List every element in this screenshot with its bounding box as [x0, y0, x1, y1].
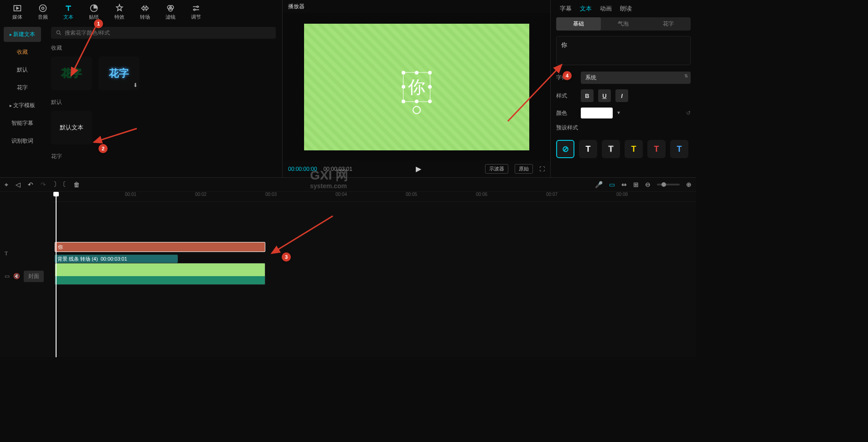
- default-text-tile[interactable]: 默认文本: [51, 111, 92, 144]
- handle-bl[interactable]: [402, 99, 405, 103]
- svg-point-9: [57, 31, 60, 34]
- video-icon: ▭: [5, 273, 10, 279]
- time-ruler[interactable]: 00:01 00:02 00:03 00:04 00:05 00:06 00:0…: [53, 192, 696, 202]
- original-button[interactable]: 原始: [515, 164, 533, 174]
- split-tool[interactable]: 〕〔: [53, 180, 66, 189]
- nav-media[interactable]: 媒体: [5, 2, 30, 22]
- nav-fx[interactable]: 特效: [107, 2, 132, 22]
- preset-2[interactable]: T: [602, 140, 620, 158]
- play-button[interactable]: ▶: [416, 164, 421, 173]
- handle-br[interactable]: [428, 99, 432, 103]
- sidebar-lyrics[interactable]: 识别歌词: [4, 134, 41, 149]
- media-icon: [13, 4, 22, 13]
- svg-point-2: [42, 7, 44, 10]
- sidebar-new-text[interactable]: 新建文本: [4, 27, 41, 42]
- playhead[interactable]: [56, 192, 57, 357]
- search-icon: [56, 30, 62, 36]
- nav-filter[interactable]: 滤镜: [158, 2, 183, 22]
- annotation-marker-4: 4: [563, 71, 572, 80]
- snap-icon[interactable]: ▭: [609, 181, 615, 188]
- underline-button[interactable]: U: [598, 89, 611, 102]
- italic-button[interactable]: I: [615, 89, 628, 102]
- preset-5[interactable]: T: [670, 140, 688, 158]
- style-label: 样式: [556, 92, 574, 100]
- reset-icon[interactable]: ↺: [686, 110, 691, 116]
- bold-button[interactable]: B: [581, 89, 594, 102]
- time-duration: 00:00:03:01: [323, 166, 352, 172]
- player-canvas[interactable]: 你: [304, 24, 529, 150]
- handle-mr[interactable]: [428, 85, 432, 89]
- nav-trans[interactable]: 转场: [132, 2, 158, 22]
- subtab-basic[interactable]: 基础: [556, 17, 601, 31]
- mic-icon[interactable]: 🎤: [595, 181, 603, 188]
- download-icon: ⬇: [133, 82, 138, 88]
- nav-adjust[interactable]: 调节: [183, 2, 209, 22]
- inspector-subtabs: 基础 气泡 花字: [556, 17, 691, 31]
- handle-ml[interactable]: [402, 85, 405, 89]
- tab-subtitle[interactable]: 字幕: [560, 5, 572, 13]
- text-icon: [64, 4, 73, 13]
- nav-audio[interactable]: 音频: [30, 2, 56, 22]
- annotation-marker-2: 2: [98, 144, 108, 153]
- handle-tm[interactable]: [415, 71, 418, 74]
- text-content-input[interactable]: 你: [556, 36, 691, 65]
- fx-icon: [115, 4, 124, 13]
- annotation-marker-3: 3: [282, 252, 291, 262]
- video-track-label: ▭ 🔇 封面: [0, 265, 53, 288]
- sidebar-templates[interactable]: 文字模板: [4, 98, 41, 113]
- delete-tool[interactable]: 🗑: [73, 181, 80, 188]
- color-label: 颜色: [556, 109, 574, 117]
- zoom-out[interactable]: ⊖: [645, 181, 651, 188]
- preset-4[interactable]: T: [647, 140, 666, 158]
- nav-text[interactable]: 文本: [56, 2, 81, 22]
- rotate-handle[interactable]: [413, 106, 421, 114]
- search-bar[interactable]: [51, 27, 276, 39]
- preset-styles: ⊘ T T T T T: [556, 140, 691, 158]
- preset-1[interactable]: T: [579, 140, 597, 158]
- pointer-tool[interactable]: ⌖: [5, 181, 8, 189]
- preset-none[interactable]: ⊘: [556, 140, 574, 158]
- mute-icon[interactable]: 🔇: [13, 273, 20, 279]
- zoom-slider[interactable]: [657, 184, 680, 185]
- handle-tl[interactable]: [402, 71, 405, 74]
- zoom-in[interactable]: ⊕: [686, 181, 692, 188]
- subtab-huazi[interactable]: 花字: [646, 17, 691, 31]
- fav-tile-1[interactable]: 花字: [51, 57, 92, 90]
- link-icon[interactable]: ⇔: [621, 181, 627, 188]
- undo-button[interactable]: ↶: [28, 181, 33, 188]
- fullscreen-icon[interactable]: ⛶: [539, 166, 545, 172]
- tab-anim[interactable]: 动画: [600, 5, 612, 13]
- subtab-bubble[interactable]: 气泡: [601, 17, 646, 31]
- preset-3[interactable]: T: [625, 140, 643, 158]
- cover-button[interactable]: 封面: [24, 271, 44, 282]
- trans-icon: [140, 4, 150, 13]
- fav-tile-2[interactable]: 花字⬇: [98, 57, 140, 90]
- section-default: 默认: [51, 98, 276, 106]
- svg-point-1: [40, 5, 46, 12]
- text-track-label: T: [0, 242, 53, 265]
- font-select[interactable]: 系统: [581, 72, 691, 84]
- redo-button: ↷: [41, 181, 46, 188]
- sticker-icon: [89, 4, 98, 13]
- color-swatch[interactable]: [581, 108, 613, 118]
- nav-sticker[interactable]: 贴纸: [81, 2, 107, 22]
- align-icon[interactable]: ⊞: [633, 181, 639, 188]
- filter-icon: [166, 4, 175, 13]
- time-current: 00:00:00:00: [288, 166, 317, 172]
- sidebar-default[interactable]: 默认: [4, 62, 41, 77]
- sidebar-huazi[interactable]: 花字: [4, 80, 41, 95]
- handle-tr[interactable]: [428, 71, 432, 74]
- search-input[interactable]: [65, 30, 271, 36]
- step-back[interactable]: ◁: [16, 181, 21, 188]
- sidebar-fav[interactable]: 收藏: [4, 45, 41, 60]
- player-title: 播放器: [283, 0, 550, 13]
- text-clip[interactable]: 你: [55, 242, 265, 252]
- tab-text[interactable]: 文本: [580, 5, 592, 13]
- video-clip[interactable]: [55, 263, 265, 285]
- tab-read[interactable]: 朗读: [620, 5, 632, 13]
- audio-icon: [38, 4, 47, 13]
- handle-bm[interactable]: [415, 99, 418, 103]
- sidebar-smart-sub[interactable]: 智能字幕: [4, 116, 41, 131]
- canvas-text-object[interactable]: 你: [403, 72, 430, 102]
- scope-button[interactable]: 示波器: [485, 164, 508, 174]
